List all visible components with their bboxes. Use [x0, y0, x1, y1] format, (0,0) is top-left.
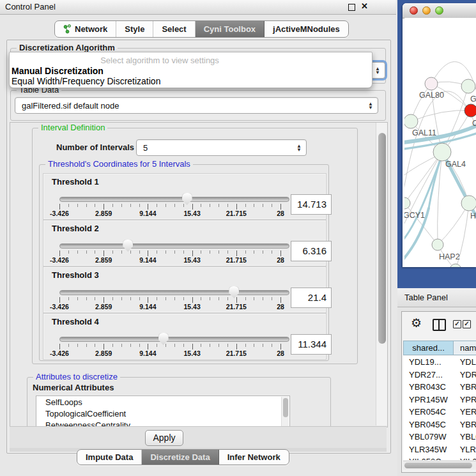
scrollbar-thumb[interactable] [378, 133, 386, 344]
network-canvas[interactable]: GAL80GACGAL11GAL4GCY1HHAP2 [404, 18, 476, 267]
cell-shared-name[interactable]: YBR043C [403, 381, 452, 394]
cell-shared-name[interactable]: YPR145W [403, 394, 452, 406]
network-node-hap2[interactable] [432, 239, 443, 250]
column-header-shared-name[interactable]: shared... [403, 341, 454, 355]
network-window-titlebar[interactable] [403, 3, 476, 19]
table-row[interactable]: YBL079WYBL079W [403, 431, 476, 443]
cell-name[interactable]: YER054C [452, 406, 476, 418]
cell-name[interactable]: YBL079W [452, 431, 476, 443]
cell-name[interactable]: YBR043C [452, 381, 476, 394]
table-row[interactable]: YDR27...YDR27... [403, 369, 476, 381]
column-header-name[interactable]: name [454, 341, 476, 355]
network-edge[interactable] [404, 153, 443, 243]
threshold-4-value-field[interactable]: 11.344 [291, 334, 332, 355]
attributes-list-scrollbar[interactable] [281, 397, 289, 427]
attribute-item[interactable]: TopologicalCoefficient [36, 408, 289, 419]
columns-icon[interactable] [433, 319, 446, 331]
scrollbar-thumb[interactable] [404, 463, 472, 468]
tab-discretize-data[interactable]: Discretize Data [142, 450, 219, 464]
settings-scroll-panel: Interval Definition Number of Intervals … [10, 122, 388, 427]
window-minimize-icon[interactable] [422, 6, 431, 15]
network-view-frame: GAL80GACGAL11GAL4GCY1HHAP2 [397, 0, 476, 288]
network-node-gal80[interactable] [425, 77, 438, 90]
network-node-label: GA [470, 95, 476, 104]
table-row[interactable]: YER054CYER054C [403, 406, 476, 418]
scrollbar-thumb[interactable] [283, 398, 288, 417]
cell-name[interactable]: YBR045C [452, 418, 476, 431]
network-node[interactable] [450, 264, 461, 267]
tab-impute-data[interactable]: Impute Data [77, 450, 142, 464]
attribute-item[interactable]: SelfLoops [36, 396, 289, 408]
cell-name[interactable]: YDR27... [452, 369, 476, 381]
network-node-gal11[interactable] [404, 114, 418, 128]
table-row[interactable]: YDL19...YDL19... [403, 356, 476, 369]
float-window-icon[interactable] [348, 4, 355, 11]
network-node-ga[interactable] [461, 79, 475, 93]
threshold-2-slider-track[interactable] [59, 243, 289, 249]
slider-tick-label: 15.43 [183, 210, 200, 217]
tab-jactivemnodules[interactable]: jActiveMNodules [265, 21, 348, 37]
close-icon[interactable]: ✕ [361, 1, 368, 11]
threshold-1-slider-track[interactable] [59, 197, 289, 202]
tab-discretize-data-label: Discretize Data [150, 452, 210, 462]
tab-select[interactable]: Select [153, 21, 195, 37]
cell-shared-name[interactable]: YLR345W [403, 443, 452, 456]
select-none-checkbox-icon[interactable]: ✓ [463, 320, 471, 328]
table-row[interactable]: YPR145WYPR145W [403, 394, 476, 406]
cell-shared-name[interactable]: YDR27... [403, 369, 452, 381]
table-row[interactable]: YIL052CYIL052C [403, 456, 476, 460]
threshold-4-label: Threshold 4 [52, 317, 99, 326]
select-all-checkbox-icon[interactable]: ✓ [453, 320, 461, 328]
tab-infer-network[interactable]: Infer Network [219, 450, 289, 464]
slider-tick-label: 21.715 [226, 349, 247, 357]
network-node-label: GAL4 [445, 160, 466, 169]
tab-style[interactable]: Style [116, 21, 153, 37]
table-row[interactable]: YBR045CYBR045C [403, 418, 476, 431]
threshold-3-value-field[interactable]: 21.4 [291, 288, 332, 308]
tab-network[interactable]: Network [55, 21, 116, 37]
threshold-4-slider-track[interactable] [59, 337, 289, 342]
cell-name[interactable]: YPR145W [452, 394, 476, 406]
combo-arrows-icon: ▲▼ [375, 67, 380, 74]
threshold-2-value-field[interactable]: 6.316 [291, 241, 332, 261]
cell-shared-name[interactable]: YIL052C [403, 456, 452, 460]
gear-icon[interactable]: ⚙ [411, 316, 422, 330]
slider-tick-label: 9.144 [139, 210, 156, 217]
network-node-gal4[interactable] [433, 143, 451, 161]
table-horizontal-scrollbar[interactable] [403, 461, 476, 470]
cell-name[interactable]: YDL19... [452, 356, 476, 369]
apply-button[interactable]: Apply [145, 430, 183, 446]
window-close-icon[interactable] [410, 6, 418, 15]
network-edge[interactable] [411, 111, 471, 121]
cell-shared-name[interactable]: YDL19... [403, 356, 452, 369]
threshold-3-slider-track[interactable] [59, 290, 289, 295]
window-zoom-icon[interactable] [435, 6, 443, 15]
network-node-c[interactable] [464, 104, 476, 117]
threshold-3-label: Threshold 3 [52, 270, 99, 280]
cell-name[interactable]: YLR345W [452, 443, 476, 456]
threshold-4-panel: Threshold 4 -3.4262.8599.14415.4321.7152… [43, 313, 326, 360]
algorithm-option-equal-width[interactable]: Equal Width/Frequency Discretization [12, 76, 160, 86]
network-node-gcy1[interactable] [404, 197, 410, 209]
number-of-intervals-combobox[interactable]: 5 ▲▼ [136, 139, 307, 156]
apply-strip: Apply [10, 426, 387, 449]
network-node-h[interactable] [461, 196, 476, 211]
tab-cyni-toolbox[interactable]: Cyni Toolbox [196, 21, 265, 37]
algorithm-option-manual[interactable]: Manual Discretization [12, 66, 104, 76]
slider-tick-label: 9.144 [139, 256, 156, 264]
table-row[interactable]: YBR043CYBR043C [403, 381, 476, 394]
table-data-combobox[interactable]: galFiltered.sif default node ▲▼ [15, 97, 378, 114]
cell-shared-name[interactable]: YBL079W [403, 431, 452, 443]
slider-tick-label: 2.859 [95, 210, 112, 217]
slider-scale: -3.4262.8599.14415.4321.71528 [59, 256, 280, 264]
network-icon [63, 24, 72, 34]
cell-shared-name[interactable]: YBR045C [403, 418, 452, 431]
settings-vertical-scrollbar[interactable] [376, 123, 387, 426]
control-panel-titlebar: Control Panel ✕ [0, 0, 396, 15]
table-panel-titlebar: Table Panel [397, 288, 476, 307]
combo-arrows-icon: ▲▼ [368, 102, 373, 109]
cell-shared-name[interactable]: YER054C [403, 406, 452, 418]
threshold-1-value-field[interactable]: 14.713 [291, 194, 332, 215]
cell-name[interactable]: YIL052C [452, 456, 476, 460]
table-row[interactable]: YLR345WYLR345W [403, 443, 476, 456]
